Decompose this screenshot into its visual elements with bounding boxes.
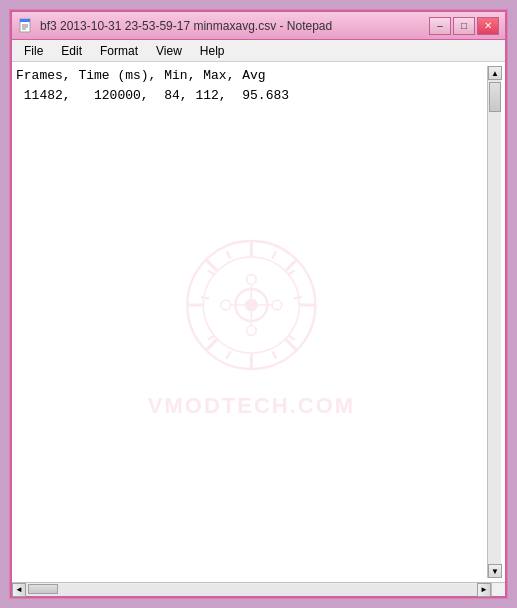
menu-help[interactable]: Help bbox=[192, 42, 233, 60]
svg-line-28 bbox=[294, 297, 302, 299]
svg-point-20 bbox=[221, 300, 231, 310]
bottom-area: ◄ ► bbox=[12, 582, 505, 596]
maximize-button[interactable]: □ bbox=[453, 17, 475, 35]
svg-line-13 bbox=[286, 339, 297, 350]
scrollbar-track-h[interactable] bbox=[26, 584, 477, 596]
scrollbar-horizontal[interactable]: ◄ ► bbox=[12, 582, 491, 596]
svg-line-15 bbox=[206, 339, 217, 350]
svg-rect-1 bbox=[20, 19, 30, 22]
watermark-text: VMODTECH.COM bbox=[148, 393, 355, 419]
scroll-down-button[interactable]: ▼ bbox=[488, 564, 502, 578]
svg-line-12 bbox=[206, 259, 217, 270]
scroll-left-button[interactable]: ◄ bbox=[12, 583, 26, 597]
menu-view[interactable]: View bbox=[148, 42, 190, 60]
svg-line-14 bbox=[286, 259, 297, 270]
content-area[interactable]: Frames, Time (ms), Min, Max, Avg 11482, … bbox=[12, 62, 505, 582]
svg-point-7 bbox=[235, 289, 267, 321]
scrollbar-thumb-v[interactable] bbox=[489, 82, 501, 112]
text-editor[interactable]: Frames, Time (ms), Min, Max, Avg 11482, … bbox=[16, 66, 487, 105]
scrollbar-thumb-h[interactable] bbox=[28, 584, 58, 594]
svg-line-27 bbox=[288, 271, 294, 275]
menu-file[interactable]: File bbox=[16, 42, 51, 60]
svg-line-33 bbox=[208, 335, 214, 339]
title-bar: bf3 2013-10-31 23-53-59-17 minmaxavg.csv… bbox=[12, 12, 505, 40]
window-title: bf3 2013-10-31 23-53-59-17 minmaxavg.csv… bbox=[40, 19, 423, 33]
svg-point-16 bbox=[245, 299, 258, 312]
window-controls: – □ ✕ bbox=[429, 17, 499, 35]
svg-line-35 bbox=[208, 271, 214, 275]
scroll-up-button[interactable]: ▲ bbox=[488, 66, 502, 80]
scrollbar-track-v[interactable] bbox=[488, 80, 501, 564]
svg-line-36 bbox=[227, 251, 231, 258]
svg-line-30 bbox=[272, 351, 276, 358]
notepad-window: bf3 2013-10-31 23-53-59-17 minmaxavg.csv… bbox=[10, 10, 507, 598]
watermark: VMODTECH.COM bbox=[148, 225, 355, 419]
svg-line-26 bbox=[272, 251, 276, 258]
minimize-button[interactable]: – bbox=[429, 17, 451, 35]
svg-point-6 bbox=[203, 257, 299, 353]
line1: Frames, Time (ms), Min, Max, Avg bbox=[16, 68, 266, 83]
svg-point-17 bbox=[247, 275, 257, 285]
scrollbar-vertical[interactable]: ▲ ▼ bbox=[487, 66, 501, 578]
app-icon bbox=[18, 18, 34, 34]
menu-edit[interactable]: Edit bbox=[53, 42, 90, 60]
svg-line-32 bbox=[227, 351, 231, 358]
svg-point-5 bbox=[187, 241, 315, 369]
scrollbar-corner bbox=[491, 582, 505, 596]
menu-format[interactable]: Format bbox=[92, 42, 146, 60]
scroll-right-button[interactable]: ► bbox=[477, 583, 491, 597]
svg-line-34 bbox=[201, 297, 209, 299]
close-button[interactable]: ✕ bbox=[477, 17, 499, 35]
menu-bar: File Edit Format View Help bbox=[12, 40, 505, 62]
line2: 11482, 120000, 84, 112, 95.683 bbox=[16, 88, 289, 103]
svg-line-29 bbox=[288, 335, 294, 339]
svg-point-19 bbox=[247, 326, 257, 336]
svg-point-18 bbox=[272, 300, 282, 310]
